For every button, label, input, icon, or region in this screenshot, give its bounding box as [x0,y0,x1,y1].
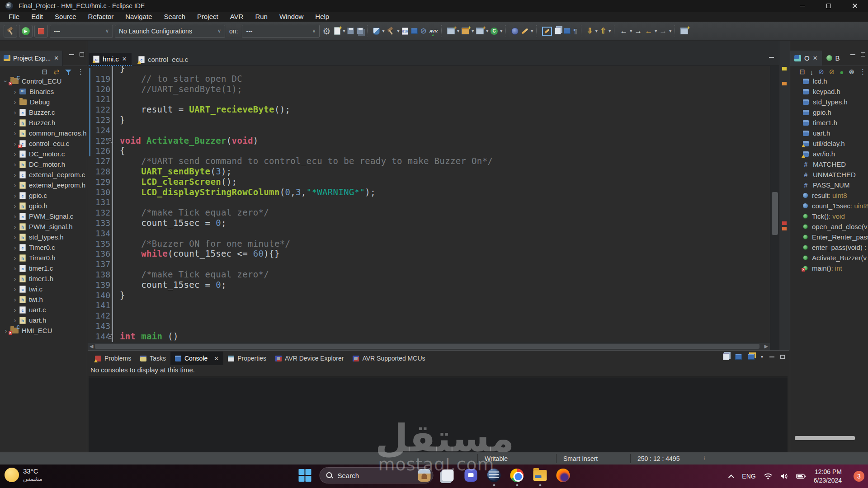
tree-item-uart-c[interactable]: ›cuart.c [0,305,87,315]
tree-item-common-macros-h[interactable]: ›hcommon_macros.h [0,128,87,138]
chevron-collapsed-icon[interactable]: › [12,306,18,314]
chevron-collapsed-icon[interactable]: › [12,244,18,251]
sort-icon[interactable]: ↓ [810,68,814,76]
search-highlight-image[interactable] [418,469,431,482]
new-c-file-button[interactable] [475,25,485,37]
tree-item-binaries[interactable]: ›01Binaries [0,86,87,97]
outline-item-main-[interactable]: ✕main() : int [790,263,868,273]
outline-horizontal-scrollbar[interactable] [795,436,855,440]
chevron-down-icon[interactable]: ▾ [342,28,345,33]
menu-window[interactable]: Window [274,12,309,22]
outline-item-uart-h[interactable]: uart.h [790,128,868,138]
tree-item-timer1-c[interactable]: ›ctimer1.c [0,263,87,273]
chevron-collapsed-icon[interactable]: › [12,213,18,220]
console-tab-properties[interactable]: Properties [223,352,271,365]
show-list-button[interactable] [563,25,571,37]
taskbar-search[interactable]: Search [320,467,434,483]
console-tab-tasks[interactable]: Tasks [136,352,170,365]
taskbar-app-folder[interactable] [532,467,549,484]
launch-target-combo[interactable]: ---∨ [242,25,320,38]
minimize-button[interactable] [789,0,816,12]
chevron-collapsed-icon[interactable]: › [12,150,18,158]
error-marker[interactable] [782,227,787,230]
outline-item-avr-io-h[interactable]: avr/io.h [790,149,868,159]
chevron-down-icon[interactable]: ▾ [654,28,657,33]
chevron-collapsed-icon[interactable]: › [12,99,18,106]
editor-tab-control_ecu-c[interactable]: ccontrol_ecu.c [134,53,193,66]
tree-item-dc-motor-h[interactable]: ›hDC_motor.h [0,159,87,169]
tree-item-gpio-c[interactable]: ›cgpio.c [0,190,87,201]
outline-item-matched[interactable]: #MATCHED [790,159,868,169]
minimize-view-icon[interactable] [769,357,774,357]
chevron-collapsed-icon[interactable]: › [12,171,18,178]
editor-tab-hmi-c[interactable]: chmi.c✕ [89,53,132,66]
run-button[interactable]: ▶ [19,25,33,38]
outline-item-unmatched[interactable]: #UNMATCHED [790,169,868,180]
new-c-makefile-button[interactable] [461,25,470,37]
outline-item-enter-renter-pass[interactable]: Enter_Renter_pass [790,232,868,242]
chevron-collapsed-icon[interactable]: › [12,161,18,168]
back-nav-button[interactable]: ← [619,25,628,37]
outline-item-util-delay-h[interactable]: util/delay.h [790,138,868,149]
minimize-view-icon[interactable] [69,54,74,55]
chevron-collapsed-icon[interactable]: › [12,140,18,147]
tree-item-control-ecu[interactable]: ›C✕Control_ECU [0,76,87,86]
launch-config-combo-2[interactable]: No Launch Configurations∨ [115,25,225,38]
taskbar-app-chrome[interactable] [509,467,526,484]
scrollbar-thumb[interactable] [772,192,778,235]
chevron-collapsed-icon[interactable]: › [12,317,18,324]
close-icon[interactable]: ✕ [122,56,127,62]
collapse-all-icon[interactable]: ⊟ [799,68,805,76]
chevron-collapsed-icon[interactable]: › [12,109,18,116]
tree-item-uart-h[interactable]: ›huart.h [0,315,87,325]
maximize-view-icon[interactable] [780,355,785,359]
next-annotation-button[interactable]: ⇩ [586,25,594,37]
maximize-view-icon[interactable] [861,52,865,56]
weather-widget[interactable]: 33°C مشمس [5,467,42,483]
build-button[interactable] [4,25,17,38]
tree-item-pwm-signal-c[interactable]: ›cPWM_Signal.c [0,211,87,221]
chevron-down-icon[interactable]: ▾ [396,28,400,33]
outline-item-activate-buzzer-v[interactable]: Activate_Buzzer(v [790,253,868,263]
outline-item-lcd-h[interactable]: lcd.h [790,76,868,86]
tree-item-timer0-c[interactable]: ›cTimer0.c [0,242,87,253]
outline-item-count-15sec[interactable]: count_15sec : uint8 [790,201,868,211]
chevron-collapsed-icon[interactable]: › [12,234,18,241]
launch-config-combo-1[interactable]: ---∨ [50,25,113,38]
outline-item-enter-pass-void-[interactable]: enter_pass(void) : [790,242,868,253]
menu-avr[interactable]: AVR [224,12,250,22]
start-button[interactable] [297,467,314,484]
maximize-button[interactable] [816,0,842,12]
outline-item-timer1-h[interactable]: timer1.h [790,117,868,128]
chevron-down-icon[interactable]: ▾ [760,354,764,359]
fold-collapse-icon[interactable]: − [108,334,113,339]
taskbar-app-firefox[interactable] [555,467,572,484]
menu-help[interactable]: Help [309,12,335,22]
editor-horizontal-scrollbar[interactable]: ◀ ▶ [88,342,770,350]
chevron-down-icon[interactable]: ▾ [471,28,474,33]
link-editor-icon[interactable]: ⊛ [849,68,854,76]
tree-item-pwm-signal-h[interactable]: ›hPWM_signal.h [0,221,87,232]
tray-overflow-icon[interactable] [728,474,734,480]
view-menu-icon[interactable]: ⋮ [77,68,84,76]
chevron-down-icon[interactable]: ▾ [457,28,460,33]
code-editor[interactable]: }119 // to start open DC120 //UART_sendB… [88,66,770,342]
error-marker[interactable] [782,221,787,225]
close-icon[interactable]: ✕ [813,55,818,61]
tree-item-external-eeprom-c[interactable]: ›cexternal_eeprom.c [0,169,87,180]
link-editor-icon[interactable]: ⇄ [53,68,59,76]
maximize-view-icon[interactable] [80,52,84,56]
menu-source[interactable]: Source [49,12,82,22]
open-type-button[interactable] [679,25,689,37]
save-all-button[interactable] [356,25,364,37]
chevron-collapsed-icon[interactable]: › [12,192,18,199]
chevron-collapsed-icon[interactable]: › [12,296,18,303]
chevron-collapsed-icon[interactable]: › [12,202,18,210]
chevron-down-icon[interactable]: ▾ [608,28,611,33]
tree-item-debug[interactable]: ›Debug [0,97,87,107]
hide-fields-icon[interactable]: ⊘ [818,68,824,76]
close-icon[interactable]: ✕ [54,55,59,61]
scrollbar-thumb[interactable] [95,344,760,349]
build-targets-tab[interactable]: B [822,51,844,66]
chevron-collapsed-icon[interactable]: › [12,265,18,272]
